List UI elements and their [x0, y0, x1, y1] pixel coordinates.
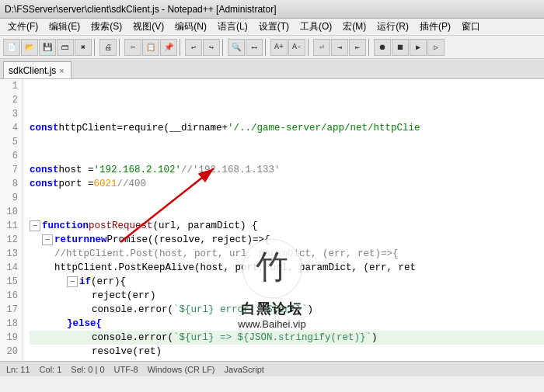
- title-bar: D:\FSServer\server\client\sdkClient.js -…: [0, 0, 544, 19]
- code-14: httpClient.PostKeepAlive(host, port, url…: [54, 261, 416, 275]
- paren-17: ): [308, 303, 314, 317]
- code-line-9: [30, 191, 544, 205]
- paren-19: ): [371, 331, 378, 345]
- toolbar-find[interactable]: 🔍: [228, 39, 245, 56]
- toolbar-macro-stop[interactable]: ⏹: [392, 39, 409, 56]
- toolbar-undo[interactable]: ↩: [185, 39, 202, 56]
- toolbar-redo[interactable]: ↪: [203, 39, 220, 56]
- code-line-3: [30, 107, 544, 121]
- toolbar-replace[interactable]: ⟷: [246, 39, 263, 56]
- toolbar-paste[interactable]: 📌: [160, 39, 177, 56]
- num-port-8: 6021: [94, 177, 117, 191]
- code-line-21: }: [30, 359, 544, 361]
- toolbar-open[interactable]: 📂: [21, 39, 38, 56]
- op-4: =: [117, 121, 124, 135]
- menu-settings[interactable]: 设置(T): [254, 19, 294, 34]
- toolbar-macro-record[interactable]: ⏺: [374, 39, 391, 56]
- comment-8: //400: [117, 177, 147, 191]
- toolbar-macro-play[interactable]: ▶: [410, 39, 427, 56]
- menu-encoding[interactable]: 编码(N): [170, 19, 211, 34]
- toolbar-save[interactable]: 💾: [39, 39, 56, 56]
- toolbar-new[interactable]: 📄: [3, 39, 20, 56]
- kw-if-15: if: [79, 275, 91, 289]
- code-area[interactable]: const httpClient = require(__dirname+'/.…: [23, 79, 544, 361]
- menu-window[interactable]: 窗口: [457, 19, 485, 34]
- var-host-7: host =: [59, 163, 94, 177]
- separator-2: [119, 39, 122, 56]
- toolbar-zoom-in[interactable]: A+: [270, 39, 288, 56]
- separator-6: [308, 39, 311, 56]
- code-line-10: [30, 205, 544, 219]
- menu-macro[interactable]: 宏(M): [338, 19, 371, 34]
- tab-sdkclient[interactable]: sdkClient.js ×: [3, 61, 71, 78]
- status-bar: Ln: 11 Col: 1 Sel: 0 | 0 UTF-8 Windows (…: [0, 361, 544, 376]
- code-21: }: [67, 359, 73, 361]
- code-line-7: const host = '192.168.2.102' //'192.168.…: [30, 163, 544, 177]
- menu-run[interactable]: 运行(R): [372, 19, 413, 34]
- separator-5: [265, 39, 268, 56]
- toolbar-cut[interactable]: ✂: [124, 39, 141, 56]
- menu-edit[interactable]: 编辑(E): [44, 19, 85, 34]
- toolbar-wrap[interactable]: ⏎: [313, 39, 330, 56]
- code-line-12: − return new Promise((resolve, reject)=>…: [30, 233, 544, 247]
- code-line-6: [30, 149, 544, 163]
- toolbar-close[interactable]: ✖: [75, 39, 92, 56]
- code-line-20: resolve(ret): [30, 345, 544, 359]
- kw-const-7: const: [30, 163, 59, 177]
- code-20: resolve(ret): [92, 345, 162, 359]
- fn-require-4: require: [123, 121, 164, 135]
- separator-4: [222, 39, 225, 56]
- code-line-1: [30, 79, 544, 93]
- promise-12: Promise((resolve, reject)=>{: [107, 233, 270, 247]
- menu-language[interactable]: 语言(L): [213, 19, 253, 34]
- menu-search[interactable]: 搜索(S): [86, 19, 127, 34]
- toolbar-zoom-out[interactable]: A-: [288, 39, 305, 56]
- fn-name-11: postRequest: [89, 219, 153, 233]
- kw-function-11: function: [42, 219, 89, 233]
- status-sel: Sel: 0 | 0: [71, 365, 104, 374]
- code-line-11: − function postRequest (url, paramDict) …: [30, 219, 544, 233]
- menu-bar: 文件(F) 编辑(E) 搜索(S) 视图(V) 编码(N) 语言(L) 设置(T…: [0, 19, 544, 36]
- toolbar-indent[interactable]: ⇥: [331, 39, 348, 56]
- tmpl-19: `${url} => ${JSON.stringify(ret)}`: [173, 331, 371, 345]
- title-text: D:\FSServer\server\client\sdkClient.js -…: [5, 4, 276, 15]
- separator-3: [180, 39, 183, 56]
- toolbar-save-all[interactable]: 🗃: [57, 39, 74, 56]
- kw-const-8: const: [30, 177, 59, 191]
- menu-plugins[interactable]: 插件(P): [415, 19, 455, 34]
- menu-tools[interactable]: 工具(O): [295, 19, 337, 34]
- status-line-ending: Windows (CR LF): [148, 365, 215, 374]
- code-16: reject(err): [92, 289, 156, 303]
- var-name-4: httpClient: [59, 121, 117, 135]
- fold-icon-15[interactable]: −: [67, 276, 78, 287]
- str-4: '/../game-server/app/net/httpClie: [228, 121, 420, 135]
- code-line-18: }else{: [30, 317, 544, 331]
- tmpl-17: `${url} error : ${err}`: [173, 303, 308, 317]
- line-numbers: 1 2 3 4 5 6 7 8 9 10 11 12 13 14 15 16 1…: [0, 79, 23, 361]
- code-line-5: [30, 135, 544, 149]
- toolbar-run[interactable]: ▷: [427, 39, 445, 56]
- tab-bar: sdkClient.js ×: [0, 59, 544, 79]
- kw-else-18: }else{: [67, 317, 102, 331]
- code-line-14: httpClient.PostKeepAlive(host, port, url…: [30, 261, 544, 275]
- menu-file[interactable]: 文件(F): [3, 19, 43, 34]
- code-15: (err){: [91, 275, 126, 289]
- code-line-2: [30, 93, 544, 107]
- fold-icon-11[interactable]: −: [30, 220, 40, 231]
- toolbar-copy[interactable]: 📋: [142, 39, 159, 56]
- code-line-17: console.error(`${url} error : ${err}`): [30, 303, 544, 317]
- toolbar-unindent[interactable]: ⇤: [349, 39, 366, 56]
- status-ln: Ln: 11: [6, 365, 30, 374]
- fold-icon-12[interactable]: −: [42, 234, 53, 245]
- code-line-19: console.error(`${url} => ${JSON.stringif…: [30, 331, 544, 345]
- status-col: Col: 1: [40, 365, 62, 374]
- kw-return-12: return: [54, 233, 89, 247]
- console-17: console.error(: [92, 303, 173, 317]
- menu-view[interactable]: 视图(V): [128, 19, 169, 34]
- kw-const-4: const: [30, 121, 59, 135]
- separator-7: [368, 39, 371, 56]
- args-11: (url, paramDict) {: [153, 219, 258, 233]
- tab-close[interactable]: ×: [59, 66, 64, 75]
- tab-label: sdkClient.js: [9, 65, 56, 76]
- toolbar-print[interactable]: 🖨: [99, 39, 117, 56]
